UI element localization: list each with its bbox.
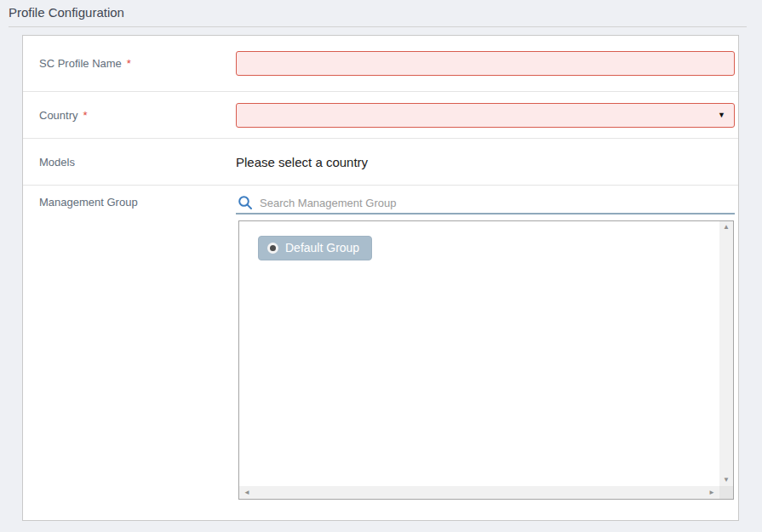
radio-selected-icon (267, 243, 278, 254)
management-group-field-col: Default Group ▲ ▼ ◄ ► (236, 186, 738, 520)
sc-profile-name-field-col (236, 36, 738, 91)
country-label-group: Country * (23, 92, 236, 138)
models-label: Models (39, 156, 75, 169)
scroll-right-icon[interactable]: ► (708, 489, 715, 496)
management-group-listbox: Default Group ▲ ▼ ◄ ► (238, 220, 734, 500)
sc-profile-name-label-group: SC Profile Name * (23, 36, 236, 91)
required-marker: * (127, 57, 131, 70)
country-label: Country (39, 109, 78, 122)
country-field-col: ▼ (236, 92, 738, 138)
required-marker: * (83, 109, 88, 122)
management-group-label: Management Group (39, 196, 138, 209)
management-group-list: Default Group (239, 221, 719, 486)
scroll-down-icon[interactable]: ▼ (723, 477, 730, 483)
radio-dot (270, 245, 276, 251)
page-title: Profile Configuration (9, 4, 124, 21)
profile-configuration-page: Profile Configuration SC Profile Name * … (0, 0, 762, 532)
management-group-search-input[interactable] (260, 197, 735, 209)
form-row-management-group: Management Group (23, 186, 738, 520)
vertical-scrollbar[interactable]: ▲ ▼ (719, 221, 733, 486)
management-group-label-group: Management Group (23, 186, 236, 520)
scroll-left-icon[interactable]: ◄ (243, 489, 250, 496)
chevron-down-icon: ▼ (718, 111, 725, 119)
scrollbar-corner (719, 486, 733, 499)
list-item-default-group[interactable]: Default Group (258, 236, 372, 260)
form-row-sc-profile-name: SC Profile Name * (23, 36, 738, 92)
models-label-group: Models (23, 139, 236, 185)
form-row-country: Country * ▼ (23, 92, 738, 139)
sc-profile-name-label: SC Profile Name (39, 57, 122, 70)
form-row-models: Models Please select a country (23, 139, 738, 186)
management-group-search-bar (236, 192, 735, 215)
title-divider (9, 26, 747, 27)
sc-profile-name-input[interactable] (236, 51, 735, 76)
models-hint-text: Please select a country (236, 155, 368, 169)
profile-form-panel: SC Profile Name * Country * ▼ Mo (22, 35, 739, 521)
group-item-label: Default Group (285, 241, 359, 255)
search-icon (238, 195, 253, 210)
country-select[interactable]: ▼ (236, 103, 735, 128)
horizontal-scrollbar[interactable]: ◄ ► (239, 486, 719, 499)
models-field-col: Please select a country (236, 139, 738, 185)
scroll-up-icon[interactable]: ▲ (723, 224, 730, 231)
